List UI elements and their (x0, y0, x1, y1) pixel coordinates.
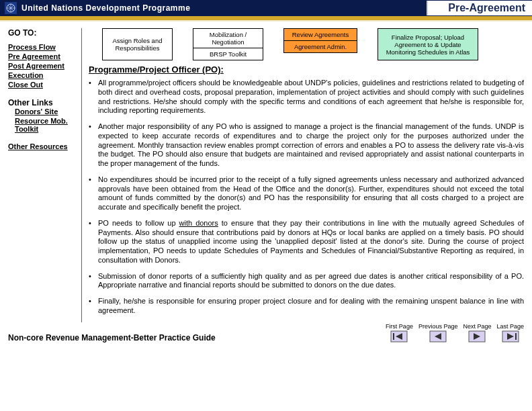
bullet-text: PO needs to follow up with donors to ens… (98, 219, 524, 265)
first-page-icon (390, 330, 408, 342)
flow-box-finalize[interactable]: Finalize Proposal; Upload Agreement to &… (378, 28, 478, 60)
last-page-icon (502, 330, 519, 342)
bullet-text: No expenditures should be incurred prior… (98, 175, 524, 212)
bullet-text: Finally, he/she is responsible for ensur… (98, 297, 524, 316)
sidebar: GO TO: Process Flow Pre Agreement Post A… (8, 28, 82, 322)
flow-box-mobilization[interactable]: Mobilization / Negotiation (193, 28, 263, 48)
flow-box-roles[interactable]: Assign Roles and Responsibilities (102, 28, 173, 60)
other-links-heading: Other Links (8, 98, 77, 107)
page-title: Pre-Agreement (427, 1, 532, 15)
goto-heading: GO TO: (8, 28, 77, 38)
flow-row: Assign Roles and Responsibilities Mobili… (89, 28, 524, 60)
nav-resource-mob[interactable]: Resource Mob. Toolkit (8, 117, 77, 133)
bullet-text: Another major responsibility of any PO w… (98, 122, 524, 169)
nav-buttons: First Page Previous Page Next Page Last … (386, 324, 524, 342)
header-bar: United Nations Development Programme Pre… (0, 0, 532, 16)
nav-donors-site[interactable]: Donors' Site (8, 107, 77, 116)
nav-close-out[interactable]: Close Out (8, 81, 77, 89)
org-name: United Nations Development Programme (21, 3, 427, 13)
undp-logo (3, 2, 19, 14)
nav-process-flow[interactable]: Process Flow (8, 43, 77, 51)
nav-execution[interactable]: Execution (8, 71, 77, 79)
footer: Non-core Revenue Management-Better Pract… (0, 322, 532, 347)
flow-box-brsp[interactable]: BRSP Toolkit (193, 48, 263, 60)
content-heading: Programme/Project Officer (PO): (89, 64, 524, 75)
next-page-icon (468, 330, 486, 342)
bullet-text: All programme/project officers should be… (98, 79, 524, 116)
previous-page-button[interactable]: Previous Page (418, 324, 458, 342)
flow-box-review[interactable]: Review Agreements (283, 28, 357, 41)
bullet-item: •Finally, he/she is responsible for ensu… (89, 297, 524, 316)
bullet-item: •Submission of donor reports of a suffic… (89, 272, 524, 291)
next-page-button[interactable]: Next Page (463, 324, 491, 342)
nav-other-resources[interactable]: Other Resources (8, 142, 77, 150)
footer-guide-title: Non-core Revenue Management-Better Pract… (8, 333, 386, 342)
nav-post-agreement[interactable]: Post Agreement (8, 62, 77, 70)
main-content: Assign Roles and Responsibilities Mobili… (82, 28, 524, 322)
first-page-button[interactable]: First Page (386, 324, 413, 342)
bullet-list: •All programme/project officers should b… (89, 79, 524, 316)
nav-pre-agreement[interactable]: Pre Agreement (8, 52, 77, 60)
bullet-text: Submission of donor reports of a suffici… (98, 272, 524, 291)
flow-box-admin[interactable]: Agreement Admin. (283, 41, 357, 53)
prev-page-icon (429, 330, 447, 342)
bullet-item: •No expenditures should be incurred prio… (89, 175, 524, 212)
last-page-button[interactable]: Last Page (496, 324, 524, 342)
svg-rect-3 (393, 333, 394, 340)
underline-donors: with donors (179, 219, 218, 227)
svg-rect-11 (515, 333, 517, 340)
bullet-item: •All programme/project officers should b… (89, 79, 524, 116)
bullet-item: •Another major responsibility of any PO … (89, 122, 524, 169)
bullet-item: •PO needs to follow up with donors to en… (89, 219, 524, 265)
